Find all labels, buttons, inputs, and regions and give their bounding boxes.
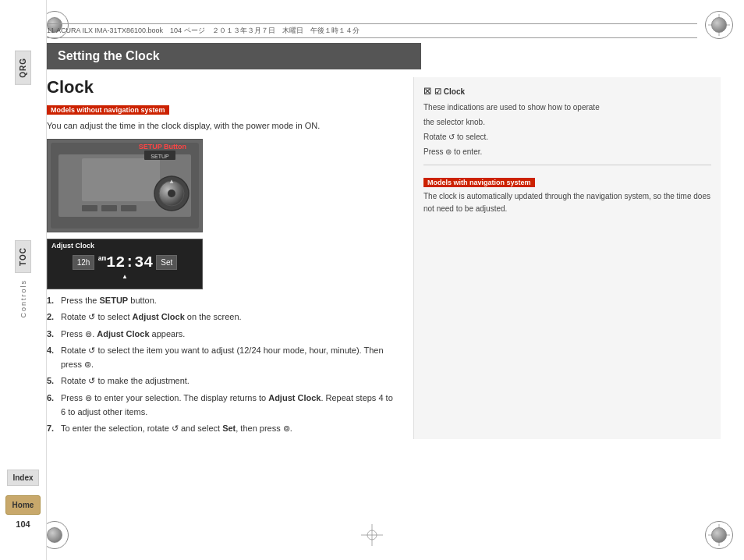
right-divider (423, 165, 711, 165)
step-5-text: Rotate ↺ to make the adjustment. (61, 374, 398, 388)
right-content: ☒ ☑ Clock These indications are used to … (413, 77, 721, 439)
right-clock-label: ☑ Clock (434, 87, 465, 96)
step-2: 2. Rotate ↺ to select Adjust Clock on th… (47, 310, 398, 324)
content-area: Clock Models without navigation system Y… (47, 77, 721, 439)
step-6: 6. Press ⊚ to enter your selection. The … (47, 392, 398, 419)
steps-list: 1. Press the SETUP button. 2. Rotate ↺ t… (47, 294, 398, 436)
header-title: Setting the Clock (58, 49, 160, 62)
svg-rect-24 (82, 205, 97, 211)
step-7-text: To enter the selection, rotate ↺ and sel… (61, 422, 398, 436)
step-1: 1. Press the SETUP button. (47, 294, 398, 308)
nav-text-content: The clock is automatically updated throu… (423, 190, 711, 215)
svg-rect-17 (82, 158, 160, 201)
arrow-up-left: ▲ (122, 273, 128, 280)
right-panel-info: These indications are used to show how t… (423, 101, 711, 158)
svg-point-20 (168, 190, 175, 197)
clock-arrows: ▲ (122, 273, 128, 280)
clock-set: Set (156, 255, 177, 270)
device-image: SETUP Button ▲ (47, 139, 203, 232)
main-content: Setting the Clock Clock Models without n… (47, 43, 721, 537)
sidebar-item-qrg[interactable]: QRG (15, 51, 31, 85)
step-1-text: Press the SETUP button. (61, 294, 398, 308)
step-1-num: 1. (47, 294, 58, 308)
clock-mode: 12h (73, 255, 95, 270)
sidebar-controls-label: Controls (19, 279, 27, 318)
clock-checkbox-icon: ☒ (423, 87, 431, 97)
svg-rect-25 (101, 205, 117, 211)
setup-button-label: SETUP Button (139, 143, 186, 151)
step-2-num: 2. (47, 310, 58, 324)
step-2-text: Rotate ↺ to select Adjust Clock on the s… (61, 310, 398, 324)
step-4-text: Rotate ↺ to select the item you want to … (61, 344, 398, 371)
svg-text:SETUP: SETUP (151, 154, 169, 159)
svg-rect-26 (121, 205, 136, 211)
clock-display: Adjust Clock 12h am12:34 Set ▲ (47, 239, 203, 289)
clock-time-display: am12:34 (97, 253, 153, 271)
step-4-num: 4. (47, 344, 58, 371)
info-line-1: These indications are used to show how t… (423, 101, 711, 114)
page-number: 104 (16, 519, 30, 529)
header-banner: Setting the Clock (47, 43, 421, 69)
step-4: 4. Rotate ↺ to select the item you want … (47, 344, 398, 371)
left-content: Clock Models without navigation system Y… (47, 77, 413, 439)
clock-display-label: Adjust Clock (51, 242, 94, 250)
device-illustration: ▲ SETUP (51, 143, 199, 229)
step-7: 7. To enter the selection, rotate ↺ and … (47, 422, 398, 436)
home-button[interactable]: Home (5, 495, 41, 515)
clock-time: 12:34 (106, 253, 153, 271)
step-6-text: Press ⊚ to enter your selection. The dis… (61, 392, 398, 419)
document-info-text: 11 ACURA ILX IMA-31TX86100.book 104 ページ … (47, 26, 360, 36)
svg-text:▲: ▲ (168, 178, 175, 185)
models-with-label: Models with navigation system (423, 178, 535, 187)
intro-text: You can adjust the time in the clock dis… (47, 119, 398, 133)
sidebar-item-toc[interactable]: TOC (15, 240, 31, 273)
step-3-text: Press ⊚. Adjust Clock appears. (61, 328, 398, 342)
right-panel-title: ☒ ☑ Clock (423, 87, 711, 97)
info-line-4: Press ⊚ to enter. (423, 146, 711, 158)
page: 11 ACURA ILX IMA-31TX86100.book 104 ページ … (0, 0, 744, 560)
info-line-2: the selector knob. (423, 116, 711, 129)
document-info-bar: 11 ACURA ILX IMA-31TX86100.book 104 ページ … (47, 23, 697, 38)
step-5: 5. Rotate ↺ to make the adjustment. (47, 374, 398, 388)
step-3: 3. Press ⊚. Adjust Clock appears. (47, 328, 398, 342)
clock-display-inner: 12h am12:34 Set (73, 253, 178, 271)
models-without-label: Models without navigation system (47, 105, 169, 115)
sidebar-item-index[interactable]: Index (7, 470, 38, 486)
info-line-3: Rotate ↺ to select. (423, 131, 711, 144)
clock-am: am (97, 255, 106, 263)
top-right-circle (705, 11, 733, 39)
step-7-num: 7. (47, 422, 58, 436)
nav-text: The clock is automatically updated throu… (423, 190, 711, 215)
step-5-num: 5. (47, 374, 58, 388)
step-6-num: 6. (47, 392, 58, 419)
step-3-num: 3. (47, 328, 58, 342)
page-title: Clock (47, 77, 398, 97)
left-sidebar: QRG TOC Controls Index Home 104 (0, 0, 47, 560)
